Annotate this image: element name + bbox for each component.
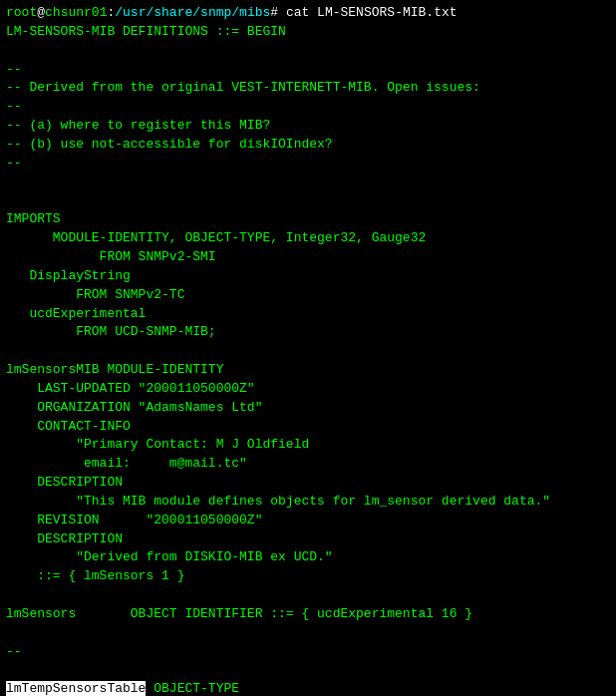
- line-12: MODULE-IDENTITY, OBJECT-TYPE, Integer32,…: [6, 229, 610, 248]
- line-14: DisplayString: [6, 267, 610, 286]
- line-32: lmSensors OBJECT IDENTIFIER ::= { ucdExp…: [6, 605, 610, 624]
- line-29: "Derived from DISKIO-MIB ex UCD.": [6, 548, 610, 567]
- line-11: IMPORTS: [6, 210, 610, 229]
- terminal: root@chsunr01:/usr/share/snmp/mibs# cat …: [0, 0, 616, 696]
- line-36: lmTempSensorsTable OBJECT-TYPE: [6, 680, 610, 696]
- prompt-host: chsunr01: [45, 5, 107, 20]
- line-13: FROM SNMPv2-SMI: [6, 248, 610, 267]
- line-9: [6, 174, 610, 192]
- prompt-command: cat LM-SENSORS-MIB.txt: [278, 5, 457, 20]
- line-22: CONTACT-INFO: [6, 418, 610, 437]
- line-23: "Primary Contact: M J Oldfield: [6, 436, 610, 455]
- line-33: [6, 624, 610, 643]
- line-3: --: [6, 61, 610, 80]
- line-35: [6, 662, 610, 681]
- line-1: LM-SENSORS-MIB DEFINITIONS ::= BEGIN: [6, 23, 610, 42]
- line-27: REVISION "200011050000Z": [6, 512, 610, 530]
- line-2: [6, 42, 610, 61]
- line-26: "This MIB module defines objects for lm_…: [6, 493, 610, 512]
- line-30: ::= { lmSensors 1 }: [6, 567, 610, 586]
- prompt-path: /usr/share/snmp/mibs: [115, 5, 270, 20]
- line-15: FROM SNMPv2-TC: [6, 286, 610, 305]
- prompt-line: root@chsunr01:/usr/share/snmp/mibs# cat …: [6, 4, 610, 23]
- line-34: --: [6, 643, 610, 662]
- line-25: DESCRIPTION: [6, 474, 610, 493]
- line-4: -- Derived from the original VEST-INTERN…: [6, 79, 610, 98]
- highlighted-identifier: lmTempSensorsTable: [6, 681, 146, 696]
- line-19: lmSensorsMIB MODULE-IDENTITY: [6, 361, 610, 380]
- line-7: -- (b) use not-accessible for diskIOInde…: [6, 136, 610, 155]
- line-17: FROM UCD-SNMP-MIB;: [6, 323, 610, 342]
- line-18: [6, 342, 610, 361]
- line-16: ucdExperimental: [6, 305, 610, 324]
- line-24: email: m@mail.tc": [6, 455, 610, 474]
- line-20: LAST-UPDATED "200011050000Z": [6, 380, 610, 399]
- line-5: --: [6, 98, 610, 117]
- line-21: ORGANIZATION "AdamsNames Ltd": [6, 399, 610, 418]
- line-8: --: [6, 155, 610, 174]
- line-28: DESCRIPTION: [6, 530, 610, 549]
- line-6: -- (a) where to register this MIB?: [6, 117, 610, 136]
- line-10: [6, 191, 610, 210]
- line-31: [6, 586, 610, 605]
- prompt-user: root: [6, 5, 37, 20]
